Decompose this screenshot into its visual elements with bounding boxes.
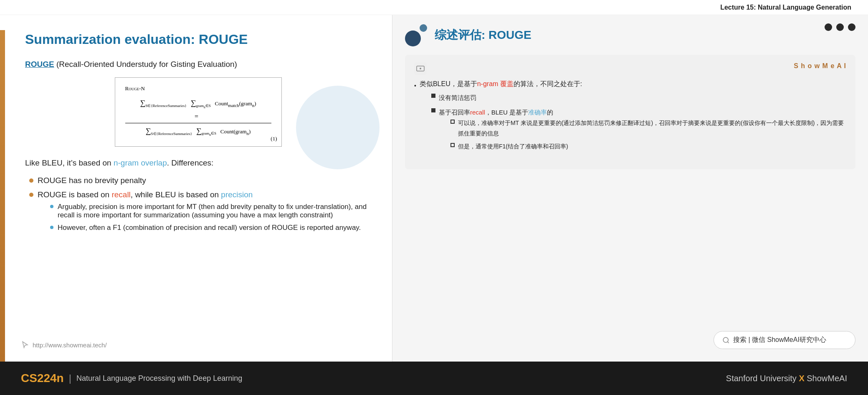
card-sub-1: 没有简洁惩罚 [431,92,846,103]
sq-bullet-open-1 [450,120,455,124]
dot-1[interactable] [825,23,832,31]
bleu-text: Like BLEU, it’s based on n-gram overlap.… [25,158,371,168]
card-sub-sub1-text: 可以说，准确率对于MT 来说是更重要的(通过添加简洁惩罚来修正翻译过短)，召回率… [458,118,846,139]
card-sub-sub-list: 可以说，准确率对于MT 来说是更重要的(通过添加简洁惩罚来修正翻译过短)，召回率… [439,118,846,152]
url-line: http://www.showmeai.tech/ [21,341,107,349]
main-content: Summarization evaluation: ROUGE ROUGE (R… [0,15,868,362]
card-recall-text: recall [470,109,485,116]
right-header: 综述评估: ROUGE [405,23,855,46]
ngram-overlap-text: n-gram overlap [114,158,167,167]
icon-circle-large [405,31,421,46]
showmeai-logo-small [414,62,427,75]
card-sub2-content: 基于召回率recall，BLEU 是基于准确率的 可以说，准确率对于MT 来说是… [439,107,846,155]
rouge-link[interactable]: ROUGE [25,60,54,69]
bullet-dot-2 [29,193,33,197]
search-placeholder-text: 搜索 | 微信 ShowMeAI研究中心 [733,336,826,344]
bullet-content-2: ROUGE is based on recall, while BLEU is … [38,190,371,236]
sq-bullet-open-2 [450,143,455,147]
sq-bullet-2 [431,108,435,112]
card-main-dot: • [414,81,416,91]
card-precision-text: 准确率 [528,109,547,116]
bleu-text-post: . Differences: [167,158,214,167]
rouge-intro-text: (Recall-Oriented Understudy for Gisting … [54,60,237,69]
formula-inner: ∑S∈{ReferenceSummaries} ∑gramn∈S Countma… [125,95,271,139]
formula-wrapper: Rouge-N ∑S∈{ReferenceSummaries} ∑gramn∈S… [25,77,371,147]
dot-3[interactable] [848,23,855,31]
svg-point-2 [723,337,728,342]
top-header: Lecture 15: Natural Language Generation [0,0,868,15]
sq-bullet-1 [431,94,435,98]
x-mark: X [799,374,807,383]
showmeai-bottom-text: ShowMeAI [807,374,847,383]
sub-bullet-dot-2 [50,226,53,229]
bullet-2-pre: ROUGE is based on [38,190,111,199]
bottom-divider: | [69,372,71,384]
formula-box: Rouge-N ∑S∈{ReferenceSummaries} ∑gramn∈S… [115,77,282,147]
dot-2[interactable] [836,23,844,31]
right-panel-title: 综述评估: ROUGE [435,27,531,43]
card-main-text: 类似BLEU，是基于n-gram 覆盖的算法，不同之处在于: 没有简洁惩罚 [420,78,846,158]
sub-bullet-dot-1 [50,205,53,208]
sub-bullet-text-2: However, often a F1 (combination of prec… [58,224,361,232]
svg-line-3 [727,341,729,343]
sub-bullet-text-1: Arguably, precision is more important fo… [58,203,371,219]
right-panel: 综述评估: ROUGE S h o w M e A I • 类似BLEU，是基于… [392,15,868,362]
recall-text: recall [111,190,130,199]
card-sub-2: 基于召回率recall，BLEU 是基于准确率的 可以说，准确率对于MT 来说是… [431,107,846,155]
bottom-left: CS224n | Natural Language Processing wit… [21,372,242,385]
bullet-2-mid: , while BLEU is based on [131,190,221,199]
cursor-icon [21,341,29,349]
card-line1-pre: 类似BLEU，是基于 [420,80,477,87]
precision-text: precision [221,190,253,199]
bleu-text-pre: Like BLEU, it’s based on [25,158,114,167]
navigation-dots [825,23,855,31]
url-text: http://www.showmeai.tech/ [33,341,107,349]
sub-bullets: Arguably, precision is more important fo… [38,203,371,232]
svg-point-1 [420,68,421,69]
bottom-bar: CS224n | Natural Language Processing wit… [0,362,868,395]
card-sub-sub-2: 但是，通常使用F1(结合了准确率和召回率) [450,141,846,152]
card-sub2-pre: 基于召回率 [439,109,470,116]
lecture-title: Lecture 15: Natural Language Generation [720,4,851,11]
left-border-decoration [0,30,5,362]
card-sub2-mid: ，BLEU 是基于 [485,109,528,116]
showmeai-card: S h o w M e A I • 类似BLEU，是基于n-gram 覆盖的算法… [405,55,855,169]
card-sub-sub2-text: 但是，通常使用F1(结合了准确率和召回率) [458,141,568,152]
card-sub2-post: 的 [547,109,553,116]
card-sub-list: 没有简洁惩罚 基于召回率recall，BLEU 是基于准确率的 [420,92,846,155]
bullet-dot-1 [29,178,33,183]
bottom-right: Stanford University X ShowMeAI [726,374,847,383]
bullet-item-2: ROUGE is based on recall, while BLEU is … [29,190,371,236]
card-content: • 类似BLEU，是基于n-gram 覆盖的算法，不同之处在于: 没有简洁惩罚 [414,78,846,158]
card-line1-post: 的算法，不同之处在于: [514,80,582,87]
card-ngram-text: n-gram 覆盖 [477,80,514,87]
card-sub-sub-1: 可以说，准确率对于MT 来说是更重要的(通过添加简洁惩罚来修正翻译过短)，召回率… [450,118,846,139]
search-icon [722,336,730,344]
showmeai-header-icon [405,23,428,46]
search-bar[interactable]: 搜索 | 微信 ShowMeAI研究中心 [714,331,855,349]
stanford-text: Stanford University [726,374,797,383]
blur-circle-decoration [296,86,380,169]
formula-number: (1) [271,135,277,142]
showmeai-brand: S h o w M e A I [794,62,846,70]
course-subtitle: Natural Language Processing with Deep Le… [76,374,242,383]
left-panel: Summarization evaluation: ROUGE ROUGE (R… [0,15,392,362]
slide-title: Summarization evaluation: ROUGE [25,32,371,47]
course-code: CS224n [21,372,64,385]
sub-bullet-1: Arguably, precision is more important fo… [50,203,371,219]
rouge-intro: ROUGE (Recall-Oriented Understudy for Gi… [25,60,371,69]
bullet-item-1: ROUGE has no brevity penalty [29,176,371,185]
card-main-bullet: • 类似BLEU，是基于n-gram 覆盖的算法，不同之处在于: 没有简洁惩罚 [414,78,846,158]
bullet-list: ROUGE has no brevity penalty ROUGE is ba… [25,176,371,236]
formula-label: Rouge-N [125,85,271,92]
bullet-text-1: ROUGE has no brevity penalty [38,176,146,185]
logo-icon [416,66,425,71]
sub-bullet-2: However, often a F1 (combination of prec… [50,224,371,232]
card-sub1-text: 没有简洁惩罚 [439,92,476,103]
icon-circle-small [420,24,427,32]
